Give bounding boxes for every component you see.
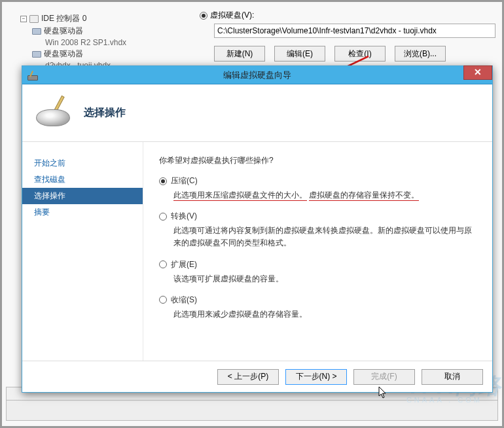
tree-controller-row[interactable]: − IDE 控制器 0 — [20, 12, 164, 25]
option-shrink: 收缩(S) 此选项用来减少虚拟硬盘的存储容量。 — [159, 294, 477, 321]
collapse-icon[interactable]: − — [20, 16, 27, 22]
virtual-disk-label: 虚拟硬盘(V): — [210, 10, 254, 21]
option-shrink-label: 收缩(S) — [171, 294, 197, 306]
outer-frame: − IDE 控制器 0 硬盘驱动器 Win 2008 R2 SP1.vhdx 硬… — [0, 0, 504, 428]
wizard-body: 选择操作 开始之前 查找磁盘 选择操作 摘要 你希望对虚拟硬盘执行哪些操作? 压… — [22, 84, 492, 392]
option-convert: 转换(V) 此选项可通过将内容复制到新的虚拟硬盘来转换虚拟硬盘。新的虚拟硬盘可以… — [159, 211, 477, 249]
tree-drive1-sub[interactable]: Win 2008 R2 SP1.vhdx — [45, 37, 164, 48]
radio-selected-icon[interactable] — [200, 12, 207, 20]
option-compact-radio[interactable]: 压缩(C) — [159, 175, 477, 187]
radio-unselected-icon — [159, 260, 167, 268]
option-compact-label: 压缩(C) — [171, 175, 198, 187]
wizard-header: 选择操作 — [22, 84, 492, 142]
wizard-title: 编辑虚拟硬盘向导 — [22, 69, 492, 81]
edit-button[interactable]: 编辑(E) — [274, 46, 325, 62]
finish-button[interactable]: 完成(F) — [353, 369, 415, 385]
nav-choose-action[interactable]: 选择操作 — [22, 188, 143, 204]
check-button[interactable]: 检查(I) — [334, 46, 386, 62]
vhd-path-field[interactable]: C:\ClusterStorage\Volume10\Infr-testvlan… — [214, 24, 495, 38]
option-expand-radio[interactable]: 扩展(E) — [159, 259, 477, 270]
wizard-page-title: 选择操作 — [84, 106, 126, 120]
nav-locate-disk[interactable]: 查找磁盘 — [22, 171, 143, 188]
option-convert-desc: 此选项可通过将内容复制到新的虚拟硬盘来转换虚拟硬盘。新的虚拟硬盘可以使用与原来的… — [173, 224, 477, 249]
wizard-nav: 开始之前 查找磁盘 选择操作 摘要 — [22, 142, 143, 361]
option-shrink-radio[interactable]: 收缩(S) — [159, 294, 477, 306]
wizard-content: 你希望对虚拟硬盘执行哪些操作? 压缩(C) 此选项用来压缩虚拟硬盘文件的大小。 … — [143, 142, 492, 361]
radio-unselected-icon — [159, 296, 167, 304]
nav-summary[interactable]: 摘要 — [22, 204, 143, 221]
hardware-tree: − IDE 控制器 0 硬盘驱动器 Win 2008 R2 SP1.vhdx 硬… — [20, 12, 164, 71]
hdd-icon — [32, 51, 41, 58]
radio-unselected-icon — [159, 213, 167, 221]
virtual-disk-pane: 虚拟硬盘(V): C:\ClusterStorage\Volume10\Infr… — [188, 7, 490, 62]
watermark-subtext: CNAAA . COM — [406, 396, 482, 404]
option-compact: 压缩(C) 此选项用来压缩虚拟硬盘文件的大小。 虚拟硬盘的存储容量保持不变。 — [159, 175, 477, 202]
option-compact-desc: 此选项用来压缩虚拟硬盘文件的大小。 虚拟硬盘的存储容量保持不变。 — [173, 189, 477, 202]
new-button[interactable]: 新建(N) — [214, 46, 265, 62]
hdd-icon — [32, 28, 41, 35]
controller-icon — [29, 15, 39, 23]
option-expand: 扩展(E) 该选项可扩展虚拟硬盘的容量。 — [159, 259, 477, 285]
option-expand-desc: 该选项可扩展虚拟硬盘的容量。 — [173, 273, 477, 285]
tree-controller-label: IDE 控制器 0 — [41, 13, 86, 24]
option-shrink-desc: 此选项用来减少虚拟硬盘的存储容量。 — [173, 308, 477, 321]
option-convert-radio[interactable]: 转换(V) — [159, 211, 477, 222]
wizard-footer: < 上一步(P) 下一步(N) > 完成(F) 取消 — [22, 361, 492, 392]
close-button[interactable]: ✕ — [463, 65, 492, 80]
radio-selected-icon — [159, 177, 167, 185]
next-button[interactable]: 下一步(N) > — [285, 369, 347, 385]
vhd-button-strip: 新建(N) 编辑(E) 检查(I) 浏览(B)... — [214, 46, 490, 62]
hdd-illustration-icon — [34, 98, 73, 129]
tree-drive1-label: 硬盘驱动器 — [44, 26, 83, 37]
tree-drive2-label: 硬盘驱动器 — [44, 48, 83, 60]
option-expand-label: 扩展(E) — [171, 259, 197, 270]
option-convert-label: 转换(V) — [171, 211, 197, 222]
wizard-titlebar[interactable]: 编辑虚拟硬盘向导 ✕ — [22, 66, 492, 84]
virtual-disk-radio-row[interactable]: 虚拟硬盘(V): — [188, 7, 490, 24]
back-button[interactable]: < 上一步(P) — [217, 369, 279, 385]
cancel-button[interactable]: 取消 — [422, 369, 483, 385]
nav-before-you-begin[interactable]: 开始之前 — [22, 155, 143, 171]
tree-drive2-row[interactable]: 硬盘驱动器 — [32, 48, 164, 60]
action-question: 你希望对虚拟硬盘执行哪些操作? — [159, 155, 477, 166]
browse-button[interactable]: 浏览(B)... — [395, 46, 446, 62]
tree-drive1-row[interactable]: 硬盘驱动器 — [32, 25, 164, 37]
edit-vhd-wizard-dialog: 编辑虚拟硬盘向导 ✕ 选择操作 开始之前 查找磁盘 选择操作 摘要 你希望对虚拟… — [22, 65, 493, 393]
